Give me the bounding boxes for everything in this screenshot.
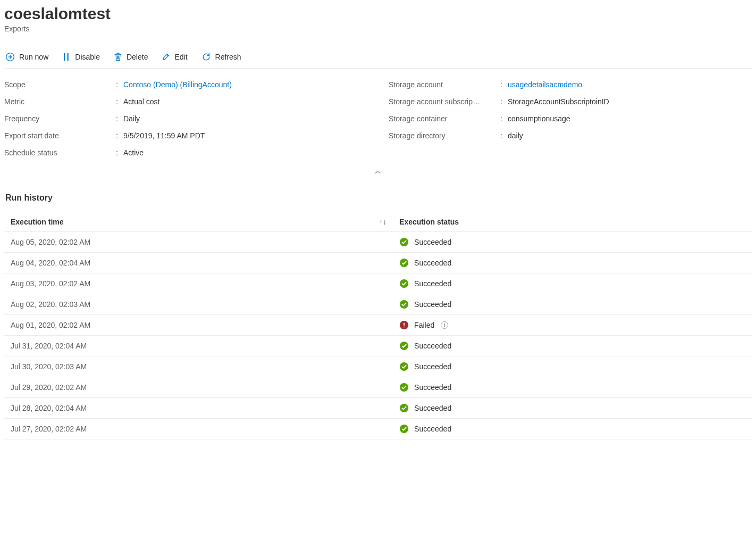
status-label: Succeeded xyxy=(414,383,451,392)
svg-point-14 xyxy=(400,425,408,433)
property-label: Metric xyxy=(4,97,116,106)
edit-button[interactable]: Edit xyxy=(161,50,188,64)
execution-status-cell: Succeeded xyxy=(393,419,752,439)
column-execution-time[interactable]: Execution time ↑↓ xyxy=(4,212,393,232)
run-now-icon xyxy=(5,52,15,62)
error-icon xyxy=(399,320,409,330)
property-row: Storage directory:daily xyxy=(389,127,752,144)
delete-label: Delete xyxy=(127,53,148,61)
execution-time-cell: Jul 29, 2020, 02:02 AM xyxy=(4,377,393,398)
execution-status-cell: Succeeded xyxy=(393,398,752,419)
svg-point-3 xyxy=(400,238,408,246)
pencil-icon xyxy=(162,52,170,62)
delete-button[interactable]: Delete xyxy=(113,50,149,64)
svg-point-4 xyxy=(400,259,408,267)
execution-time-cell: Aug 04, 2020, 02:04 AM xyxy=(4,253,393,273)
trash-icon xyxy=(114,52,122,62)
table-row[interactable]: Jul 28, 2020, 02:04 AMSucceeded xyxy=(4,398,752,419)
status-label: Failed xyxy=(414,321,434,329)
table-row[interactable]: Aug 04, 2020, 02:04 AMSucceeded xyxy=(4,253,752,273)
status-label: Succeeded xyxy=(414,404,451,412)
success-icon xyxy=(399,341,409,351)
svg-point-5 xyxy=(400,279,408,288)
execution-time-cell: Aug 03, 2020, 02:02 AM xyxy=(4,273,393,294)
success-icon xyxy=(399,362,409,371)
execution-status-cell: Failedi xyxy=(393,315,752,336)
success-icon xyxy=(399,383,409,392)
svg-point-13 xyxy=(400,404,408,412)
property-colon: : xyxy=(116,80,123,89)
edit-label: Edit xyxy=(174,53,187,61)
run-history-title: Run history xyxy=(4,193,752,203)
refresh-button[interactable]: Refresh xyxy=(200,50,242,64)
property-row: Frequency:Daily xyxy=(4,110,367,127)
run-now-button[interactable]: Run now xyxy=(4,50,49,64)
property-value: Daily xyxy=(123,114,140,123)
sort-icon[interactable]: ↑↓ xyxy=(379,218,387,226)
pause-icon xyxy=(62,52,71,62)
table-row[interactable]: Aug 01, 2020, 02:02 AMFailedi xyxy=(4,315,752,336)
property-row: Schedule status:Active xyxy=(4,144,367,161)
success-icon xyxy=(399,424,409,434)
disable-button[interactable]: Disable xyxy=(61,50,101,64)
svg-point-12 xyxy=(400,383,408,392)
property-colon: : xyxy=(500,80,508,89)
property-value: daily xyxy=(508,131,523,140)
column-execution-status[interactable]: Execution status xyxy=(393,212,752,232)
svg-rect-8 xyxy=(404,323,405,326)
execution-time-cell: Jul 28, 2020, 02:04 AM xyxy=(4,398,393,419)
property-value: 9/5/2019, 11:59 AM PDT xyxy=(123,131,205,140)
execution-status-cell: Succeeded xyxy=(393,377,752,398)
svg-rect-9 xyxy=(404,327,405,328)
collapse-toggle[interactable]: ︽ xyxy=(4,167,752,178)
table-row[interactable]: Jul 27, 2020, 02:02 AMSucceeded xyxy=(4,419,752,439)
property-row: Storage account subscrip…:StorageAccount… xyxy=(389,93,752,110)
success-icon xyxy=(399,279,409,288)
execution-time-cell: Aug 01, 2020, 02:02 AM xyxy=(4,315,393,336)
execution-status-cell: Succeeded xyxy=(393,356,752,377)
property-label: Storage account xyxy=(389,80,500,89)
property-value: consumptionusage xyxy=(508,114,570,123)
table-row[interactable]: Aug 05, 2020, 02:02 AMSucceeded xyxy=(4,232,752,253)
table-row[interactable]: Jul 30, 2020, 02:03 AMSucceeded xyxy=(4,356,752,377)
svg-rect-2 xyxy=(68,53,69,61)
properties-pane: Scope:Contoso (Demo) (BillingAccount)Met… xyxy=(4,76,752,167)
property-value: StorageAccountSubscriptoinID xyxy=(508,97,609,106)
table-row[interactable]: Aug 03, 2020, 02:02 AMSucceeded xyxy=(4,273,752,294)
info-icon[interactable]: i xyxy=(441,321,448,329)
success-icon xyxy=(399,258,409,268)
properties-left-column: Scope:Contoso (Demo) (BillingAccount)Met… xyxy=(4,76,367,161)
status-label: Succeeded xyxy=(414,342,451,350)
execution-status-cell: Succeeded xyxy=(393,232,752,253)
table-row[interactable]: Aug 02, 2020, 02:03 AMSucceeded xyxy=(4,294,752,315)
property-colon: : xyxy=(500,114,508,123)
property-row: Storage account:usagedetailsacmdemo xyxy=(389,76,752,93)
status-label: Succeeded xyxy=(414,259,451,267)
property-value[interactable]: usagedetailsacmdemo xyxy=(508,80,582,89)
collapse-icon: ︽ xyxy=(375,167,381,175)
status-label: Succeeded xyxy=(414,362,451,371)
execution-status-cell: Succeeded xyxy=(393,273,752,294)
execution-time-cell: Jul 31, 2020, 02:04 AM xyxy=(4,336,393,356)
status-label: Succeeded xyxy=(414,425,451,433)
execution-status-cell: Succeeded xyxy=(393,336,752,356)
property-colon: : xyxy=(116,114,123,123)
status-label: Succeeded xyxy=(414,238,451,246)
table-row[interactable]: Jul 31, 2020, 02:04 AMSucceeded xyxy=(4,336,752,356)
execution-time-cell: Jul 30, 2020, 02:03 AM xyxy=(4,356,393,377)
property-value[interactable]: Contoso (Demo) (BillingAccount) xyxy=(123,80,232,89)
table-row[interactable]: Jul 29, 2020, 02:02 AMSucceeded xyxy=(4,377,752,398)
execution-status-cell: Succeeded xyxy=(393,253,752,273)
toolbar: Run now Disable Delete Edit Refresh xyxy=(4,46,752,69)
svg-point-10 xyxy=(400,342,408,350)
property-label: Scope xyxy=(4,80,116,89)
column-execution-status-label: Execution status xyxy=(399,218,459,226)
page-subtitle: Exports xyxy=(4,24,752,33)
svg-point-6 xyxy=(400,300,408,309)
svg-point-11 xyxy=(400,362,408,371)
column-execution-time-label: Execution time xyxy=(11,218,64,226)
status-label: Succeeded xyxy=(414,279,451,288)
svg-rect-1 xyxy=(64,53,65,61)
page-title: coeslalomtest xyxy=(4,4,752,23)
run-history-table: Execution time ↑↓ Execution status Aug 0… xyxy=(4,212,752,439)
